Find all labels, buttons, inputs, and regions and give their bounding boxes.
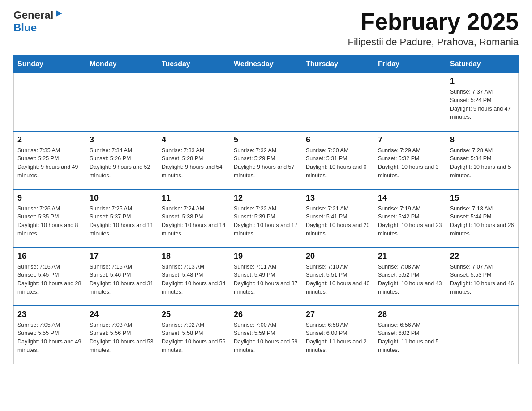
header-friday: Friday xyxy=(374,56,446,73)
page-title: February 2025 xyxy=(348,9,519,34)
day-number: 12 xyxy=(234,193,298,203)
calendar-header: Sunday Monday Tuesday Wednesday Thursday… xyxy=(14,56,519,73)
calendar-body: 1Sunrise: 7:37 AMSunset: 5:24 PMDaylight… xyxy=(14,73,519,364)
day-info: Sunrise: 7:24 AMSunset: 5:38 PMDaylight:… xyxy=(162,205,226,238)
svg-marker-0 xyxy=(56,10,62,17)
calendar-cell xyxy=(446,306,519,364)
day-info: Sunrise: 7:03 AMSunset: 5:56 PMDaylight:… xyxy=(90,321,154,355)
day-info: Sunrise: 7:32 AMSunset: 5:29 PMDaylight:… xyxy=(234,146,298,180)
calendar-week-row: 23Sunrise: 7:05 AMSunset: 5:55 PMDayligh… xyxy=(14,306,519,364)
calendar-cell: 18Sunrise: 7:13 AMSunset: 5:48 PMDayligh… xyxy=(158,248,230,306)
day-number: 18 xyxy=(162,252,226,261)
calendar-cell: 2Sunrise: 7:35 AMSunset: 5:25 PMDaylight… xyxy=(14,131,86,189)
calendar-cell xyxy=(374,73,446,131)
page-subtitle: Filipestii de Padure, Prahova, Romania xyxy=(348,36,519,48)
day-number: 11 xyxy=(162,193,226,203)
day-info: Sunrise: 7:13 AMSunset: 5:48 PMDaylight:… xyxy=(162,263,226,296)
day-info: Sunrise: 7:19 AMSunset: 5:42 PMDaylight:… xyxy=(378,205,442,238)
calendar-cell: 22Sunrise: 7:07 AMSunset: 5:53 PMDayligh… xyxy=(446,248,519,306)
calendar-header-row: Sunday Monday Tuesday Wednesday Thursday… xyxy=(14,56,519,73)
day-info: Sunrise: 7:15 AMSunset: 5:46 PMDaylight:… xyxy=(90,263,154,296)
calendar-cell: 5Sunrise: 7:32 AMSunset: 5:29 PMDaylight… xyxy=(230,131,302,189)
calendar-cell: 3Sunrise: 7:34 AMSunset: 5:26 PMDaylight… xyxy=(86,131,158,189)
calendar-week-row: 2Sunrise: 7:35 AMSunset: 5:25 PMDaylight… xyxy=(14,131,519,189)
logo-blue-text: Blue xyxy=(13,21,37,34)
day-info: Sunrise: 7:35 AMSunset: 5:25 PMDaylight:… xyxy=(17,146,82,180)
day-info: Sunrise: 6:58 AMSunset: 6:00 PMDaylight:… xyxy=(306,321,370,355)
header-sunday: Sunday xyxy=(14,56,86,73)
day-number: 5 xyxy=(234,135,298,145)
day-info: Sunrise: 7:07 AMSunset: 5:53 PMDaylight:… xyxy=(450,263,515,296)
header-thursday: Thursday xyxy=(302,56,374,73)
day-number: 26 xyxy=(234,310,298,319)
page-header: General Blue February 2025 Filipestii de… xyxy=(13,9,519,48)
day-info: Sunrise: 7:11 AMSunset: 5:49 PMDaylight:… xyxy=(234,263,298,296)
day-number: 20 xyxy=(306,252,370,261)
day-number: 17 xyxy=(90,252,154,261)
header-wednesday: Wednesday xyxy=(230,56,302,73)
day-number: 27 xyxy=(306,310,370,319)
calendar-cell: 4Sunrise: 7:33 AMSunset: 5:28 PMDaylight… xyxy=(158,131,230,189)
day-number: 25 xyxy=(162,310,226,319)
calendar-cell xyxy=(230,73,302,131)
calendar-cell: 9Sunrise: 7:26 AMSunset: 5:35 PMDaylight… xyxy=(14,189,86,248)
calendar-week-row: 16Sunrise: 7:16 AMSunset: 5:45 PMDayligh… xyxy=(14,248,519,306)
day-number: 4 xyxy=(162,135,226,145)
calendar-cell xyxy=(158,73,230,131)
calendar-cell: 27Sunrise: 6:58 AMSunset: 6:00 PMDayligh… xyxy=(302,306,374,364)
header-saturday: Saturday xyxy=(446,56,519,73)
day-info: Sunrise: 6:56 AMSunset: 6:02 PMDaylight:… xyxy=(378,321,442,355)
day-number: 6 xyxy=(306,135,370,145)
day-info: Sunrise: 7:22 AMSunset: 5:39 PMDaylight:… xyxy=(234,205,298,238)
day-info: Sunrise: 7:21 AMSunset: 5:41 PMDaylight:… xyxy=(306,205,370,238)
day-info: Sunrise: 7:30 AMSunset: 5:31 PMDaylight:… xyxy=(306,146,370,180)
day-number: 22 xyxy=(450,252,515,261)
day-info: Sunrise: 7:34 AMSunset: 5:26 PMDaylight:… xyxy=(90,146,154,180)
calendar-cell: 19Sunrise: 7:11 AMSunset: 5:49 PMDayligh… xyxy=(230,248,302,306)
calendar-cell: 7Sunrise: 7:29 AMSunset: 5:32 PMDaylight… xyxy=(374,131,446,189)
day-number: 23 xyxy=(17,310,82,319)
day-number: 19 xyxy=(234,252,298,261)
calendar-week-row: 9Sunrise: 7:26 AMSunset: 5:35 PMDaylight… xyxy=(14,189,519,248)
day-info: Sunrise: 7:18 AMSunset: 5:44 PMDaylight:… xyxy=(450,205,515,238)
day-info: Sunrise: 7:05 AMSunset: 5:55 PMDaylight:… xyxy=(17,321,82,355)
calendar-cell: 24Sunrise: 7:03 AMSunset: 5:56 PMDayligh… xyxy=(86,306,158,364)
header-monday: Monday xyxy=(86,56,158,73)
logo-general-text: General xyxy=(13,9,53,21)
day-number: 10 xyxy=(90,193,154,203)
calendar-cell: 13Sunrise: 7:21 AMSunset: 5:41 PMDayligh… xyxy=(302,189,374,248)
calendar-table: Sunday Monday Tuesday Wednesday Thursday… xyxy=(13,55,519,364)
calendar-cell: 8Sunrise: 7:28 AMSunset: 5:34 PMDaylight… xyxy=(446,131,519,189)
header-tuesday: Tuesday xyxy=(158,56,230,73)
day-info: Sunrise: 7:28 AMSunset: 5:34 PMDaylight:… xyxy=(450,146,515,180)
calendar-cell: 6Sunrise: 7:30 AMSunset: 5:31 PMDaylight… xyxy=(302,131,374,189)
calendar-cell: 10Sunrise: 7:25 AMSunset: 5:37 PMDayligh… xyxy=(86,189,158,248)
day-number: 7 xyxy=(378,135,442,145)
calendar-cell: 11Sunrise: 7:24 AMSunset: 5:38 PMDayligh… xyxy=(158,189,230,248)
calendar-cell: 25Sunrise: 7:02 AMSunset: 5:58 PMDayligh… xyxy=(158,306,230,364)
calendar-cell: 20Sunrise: 7:10 AMSunset: 5:51 PMDayligh… xyxy=(302,248,374,306)
day-info: Sunrise: 7:37 AMSunset: 5:24 PMDaylight:… xyxy=(450,88,515,121)
day-number: 1 xyxy=(450,77,515,86)
calendar-cell: 15Sunrise: 7:18 AMSunset: 5:44 PMDayligh… xyxy=(446,189,519,248)
day-info: Sunrise: 7:02 AMSunset: 5:58 PMDaylight:… xyxy=(162,321,226,355)
calendar-cell xyxy=(302,73,374,131)
calendar-week-row: 1Sunrise: 7:37 AMSunset: 5:24 PMDaylight… xyxy=(14,73,519,131)
day-info: Sunrise: 7:29 AMSunset: 5:32 PMDaylight:… xyxy=(378,146,442,180)
day-number: 21 xyxy=(378,252,442,261)
calendar-cell xyxy=(86,73,158,131)
day-number: 24 xyxy=(90,310,154,319)
day-number: 3 xyxy=(90,135,154,145)
calendar-cell: 1Sunrise: 7:37 AMSunset: 5:24 PMDaylight… xyxy=(446,73,519,131)
day-number: 9 xyxy=(17,193,82,203)
calendar-cell: 28Sunrise: 6:56 AMSunset: 6:02 PMDayligh… xyxy=(374,306,446,364)
day-info: Sunrise: 7:33 AMSunset: 5:28 PMDaylight:… xyxy=(162,146,226,180)
day-number: 2 xyxy=(17,135,82,145)
day-info: Sunrise: 7:16 AMSunset: 5:45 PMDaylight:… xyxy=(17,263,82,296)
logo: General Blue xyxy=(13,9,63,34)
day-number: 16 xyxy=(17,252,82,261)
day-number: 8 xyxy=(450,135,515,145)
calendar-cell: 17Sunrise: 7:15 AMSunset: 5:46 PMDayligh… xyxy=(86,248,158,306)
title-block: February 2025 Filipestii de Padure, Prah… xyxy=(348,9,519,48)
calendar-cell: 23Sunrise: 7:05 AMSunset: 5:55 PMDayligh… xyxy=(14,306,86,364)
